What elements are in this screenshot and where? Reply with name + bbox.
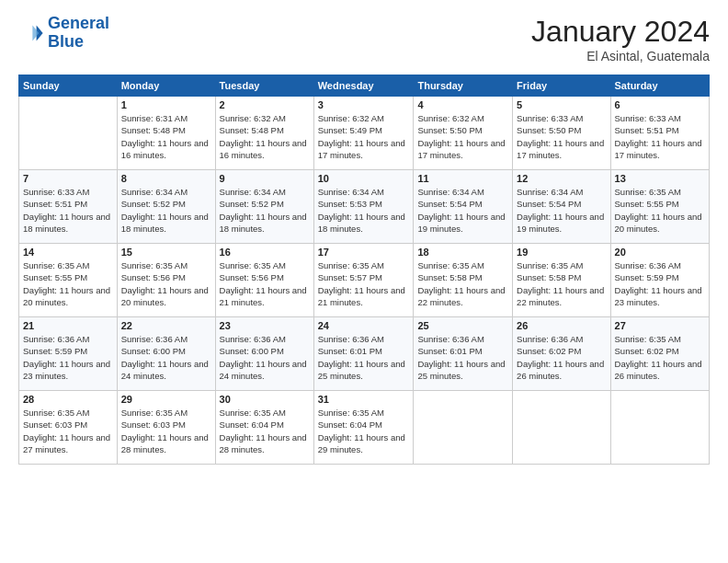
day-info: Sunrise: 6:33 AMSunset: 5:50 PMDaylight:… xyxy=(517,112,606,161)
logo: General Blue xyxy=(18,15,109,52)
day-info: Sunrise: 6:32 AMSunset: 5:50 PMDaylight:… xyxy=(417,112,508,161)
weekday-header-row: SundayMondayTuesdayWednesdayThursdayFrid… xyxy=(19,75,710,97)
day-cell: 17Sunrise: 6:35 AMSunset: 5:57 PMDayligh… xyxy=(313,244,414,317)
calendar-table: SundayMondayTuesdayWednesdayThursdayFrid… xyxy=(18,75,710,465)
day-cell: 25Sunrise: 6:36 AMSunset: 6:01 PMDayligh… xyxy=(414,317,513,391)
day-cell: 31Sunrise: 6:35 AMSunset: 6:04 PMDayligh… xyxy=(313,391,414,465)
day-number: 1 xyxy=(121,99,211,110)
day-cell xyxy=(610,391,709,465)
day-cell: 23Sunrise: 6:36 AMSunset: 6:00 PMDayligh… xyxy=(215,317,313,391)
day-cell xyxy=(19,97,118,170)
week-row-3: 21Sunrise: 6:36 AMSunset: 5:59 PMDayligh… xyxy=(19,317,710,391)
page-header: General Blue January 2024 El Asintal, Gu… xyxy=(18,15,710,63)
day-cell: 24Sunrise: 6:36 AMSunset: 6:01 PMDayligh… xyxy=(313,317,414,391)
day-info: Sunrise: 6:35 AMSunset: 5:55 PMDaylight:… xyxy=(23,259,113,308)
day-info: Sunrise: 6:36 AMSunset: 5:59 PMDaylight:… xyxy=(615,259,705,308)
day-info: Sunrise: 6:36 AMSunset: 6:00 PMDaylight:… xyxy=(121,333,211,382)
day-number: 14 xyxy=(23,247,113,258)
day-cell: 4Sunrise: 6:32 AMSunset: 5:50 PMDaylight… xyxy=(414,97,513,170)
day-number: 19 xyxy=(517,247,606,258)
day-cell: 16Sunrise: 6:35 AMSunset: 5:56 PMDayligh… xyxy=(215,244,313,317)
day-cell: 2Sunrise: 6:32 AMSunset: 5:48 PMDaylight… xyxy=(215,97,313,170)
day-info: Sunrise: 6:31 AMSunset: 5:48 PMDaylight:… xyxy=(121,112,211,161)
day-cell: 10Sunrise: 6:34 AMSunset: 5:53 PMDayligh… xyxy=(313,170,414,244)
day-number: 2 xyxy=(220,99,310,110)
day-number: 29 xyxy=(121,394,211,405)
day-info: Sunrise: 6:35 AMSunset: 6:03 PMDaylight:… xyxy=(23,407,113,455)
day-info: Sunrise: 6:35 AMSunset: 5:58 PMDaylight:… xyxy=(517,259,606,308)
day-number: 26 xyxy=(517,320,606,331)
week-row-4: 28Sunrise: 6:35 AMSunset: 6:03 PMDayligh… xyxy=(19,391,710,465)
day-cell: 30Sunrise: 6:35 AMSunset: 6:04 PMDayligh… xyxy=(215,391,313,465)
day-number: 28 xyxy=(23,394,113,405)
day-cell: 9Sunrise: 6:34 AMSunset: 5:52 PMDaylight… xyxy=(215,170,313,244)
logo-text: General Blue xyxy=(48,15,109,52)
day-number: 17 xyxy=(318,247,410,258)
day-number: 11 xyxy=(417,173,508,184)
weekday-header-thursday: Thursday xyxy=(414,75,513,97)
day-info: Sunrise: 6:36 AMSunset: 6:00 PMDaylight:… xyxy=(220,333,310,382)
day-number: 23 xyxy=(220,320,310,331)
day-cell: 26Sunrise: 6:36 AMSunset: 6:02 PMDayligh… xyxy=(513,317,610,391)
day-info: Sunrise: 6:35 AMSunset: 6:03 PMDaylight:… xyxy=(121,407,211,455)
day-info: Sunrise: 6:34 AMSunset: 5:54 PMDaylight:… xyxy=(417,186,508,235)
day-cell: 29Sunrise: 6:35 AMSunset: 6:03 PMDayligh… xyxy=(117,391,215,465)
day-number: 12 xyxy=(517,173,606,184)
weekday-header-monday: Monday xyxy=(117,75,215,97)
day-number: 22 xyxy=(121,320,211,331)
day-cell: 1Sunrise: 6:31 AMSunset: 5:48 PMDaylight… xyxy=(117,97,215,170)
day-cell: 20Sunrise: 6:36 AMSunset: 5:59 PMDayligh… xyxy=(610,244,709,317)
week-row-1: 7Sunrise: 6:33 AMSunset: 5:51 PMDaylight… xyxy=(19,170,710,244)
day-cell: 21Sunrise: 6:36 AMSunset: 5:59 PMDayligh… xyxy=(19,317,118,391)
day-info: Sunrise: 6:34 AMSunset: 5:54 PMDaylight:… xyxy=(517,186,606,235)
day-info: Sunrise: 6:36 AMSunset: 5:59 PMDaylight:… xyxy=(23,333,113,382)
day-cell: 13Sunrise: 6:35 AMSunset: 5:55 PMDayligh… xyxy=(610,170,709,244)
day-info: Sunrise: 6:32 AMSunset: 5:49 PMDaylight:… xyxy=(318,112,410,161)
day-number: 16 xyxy=(220,247,310,258)
day-info: Sunrise: 6:35 AMSunset: 6:02 PMDaylight:… xyxy=(615,333,705,382)
day-number: 3 xyxy=(318,99,410,110)
day-number: 13 xyxy=(615,173,705,184)
day-info: Sunrise: 6:33 AMSunset: 5:51 PMDaylight:… xyxy=(23,186,113,235)
day-cell xyxy=(414,391,513,465)
week-row-0: 1Sunrise: 6:31 AMSunset: 5:48 PMDaylight… xyxy=(19,97,710,170)
day-info: Sunrise: 6:35 AMSunset: 5:57 PMDaylight:… xyxy=(318,259,410,308)
day-number: 15 xyxy=(121,247,211,258)
day-number: 27 xyxy=(615,320,705,331)
day-info: Sunrise: 6:35 AMSunset: 6:04 PMDaylight:… xyxy=(220,407,310,455)
day-cell: 6Sunrise: 6:33 AMSunset: 5:51 PMDaylight… xyxy=(610,97,709,170)
day-cell: 11Sunrise: 6:34 AMSunset: 5:54 PMDayligh… xyxy=(414,170,513,244)
day-number: 25 xyxy=(417,320,508,331)
day-cell: 5Sunrise: 6:33 AMSunset: 5:50 PMDaylight… xyxy=(513,97,610,170)
week-row-2: 14Sunrise: 6:35 AMSunset: 5:55 PMDayligh… xyxy=(19,244,710,317)
page-container: General Blue January 2024 El Asintal, Gu… xyxy=(0,0,728,474)
day-cell: 8Sunrise: 6:34 AMSunset: 5:52 PMDaylight… xyxy=(117,170,215,244)
day-number: 9 xyxy=(220,173,310,184)
day-cell: 15Sunrise: 6:35 AMSunset: 5:56 PMDayligh… xyxy=(117,244,215,317)
day-info: Sunrise: 6:33 AMSunset: 5:51 PMDaylight:… xyxy=(615,112,705,161)
title-block: January 2024 El Asintal, Guatemala xyxy=(531,15,710,63)
day-number: 20 xyxy=(615,247,705,258)
day-info: Sunrise: 6:35 AMSunset: 5:56 PMDaylight:… xyxy=(220,259,310,308)
weekday-header-saturday: Saturday xyxy=(610,75,709,97)
day-info: Sunrise: 6:34 AMSunset: 5:52 PMDaylight:… xyxy=(220,186,310,235)
weekday-header-tuesday: Tuesday xyxy=(215,75,313,97)
day-info: Sunrise: 6:34 AMSunset: 5:53 PMDaylight:… xyxy=(318,186,410,235)
day-number: 7 xyxy=(23,173,113,184)
day-number: 18 xyxy=(417,247,508,258)
day-cell: 7Sunrise: 6:33 AMSunset: 5:51 PMDaylight… xyxy=(19,170,118,244)
day-info: Sunrise: 6:35 AMSunset: 5:58 PMDaylight:… xyxy=(417,259,508,308)
day-info: Sunrise: 6:32 AMSunset: 5:48 PMDaylight:… xyxy=(220,112,310,161)
day-cell: 28Sunrise: 6:35 AMSunset: 6:03 PMDayligh… xyxy=(19,391,118,465)
day-info: Sunrise: 6:36 AMSunset: 6:01 PMDaylight:… xyxy=(417,333,508,382)
month-title: January 2024 xyxy=(531,15,710,49)
day-number: 6 xyxy=(615,99,705,110)
day-info: Sunrise: 6:35 AMSunset: 6:04 PMDaylight:… xyxy=(318,407,410,455)
day-number: 5 xyxy=(517,99,606,110)
day-info: Sunrise: 6:35 AMSunset: 5:56 PMDaylight:… xyxy=(121,259,211,308)
day-cell xyxy=(513,391,610,465)
day-cell: 19Sunrise: 6:35 AMSunset: 5:58 PMDayligh… xyxy=(513,244,610,317)
day-info: Sunrise: 6:36 AMSunset: 6:02 PMDaylight:… xyxy=(517,333,606,382)
day-number: 4 xyxy=(417,99,508,110)
weekday-header-wednesday: Wednesday xyxy=(313,75,414,97)
